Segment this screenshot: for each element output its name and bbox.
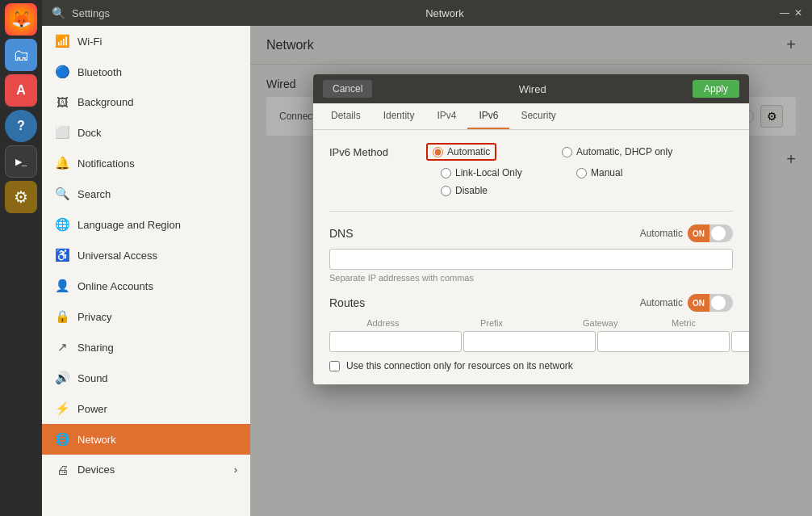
notifications-icon: 🔔 (55, 156, 69, 170)
apply-button[interactable]: Apply (693, 80, 739, 98)
devices-icon: 🖨 (55, 463, 69, 476)
route-metric-input[interactable] (731, 331, 749, 352)
dock-help[interactable]: ? (5, 110, 37, 142)
dns-toggle[interactable]: ON (688, 224, 733, 242)
sidebar-item-notifications[interactable]: 🔔 Notifications (42, 148, 250, 178)
sidebar-item-privacy[interactable]: 🔒 Privacy (42, 301, 250, 332)
sidebar-label-network: Network (77, 434, 116, 446)
ipv6-method-label: IPv6 Method (329, 143, 426, 158)
sidebar-item-devices[interactable]: 🖨 Devices › (42, 455, 250, 485)
online-icon: 👤 (55, 279, 69, 293)
radio-auto-dhcp[interactable] (562, 147, 572, 157)
dns-hint: Separate IP addresses with commas (329, 273, 733, 283)
col-address: Address (329, 318, 437, 328)
close-icon[interactable]: ✕ (794, 7, 802, 19)
dns-auto-label: Automatic (640, 228, 683, 239)
automatic-highlighted: Automatic (426, 143, 496, 161)
topbar-app-label: Settings (72, 7, 110, 19)
use-only-checkbox[interactable] (329, 361, 340, 371)
sidebar-label-language: Language and Region (77, 219, 181, 231)
routes-toggle[interactable]: ON (688, 294, 733, 312)
tab-identity[interactable]: Identity (372, 103, 426, 129)
auto-dhcp-label: Automatic, DHCP only (576, 146, 672, 157)
language-icon: 🌐 (55, 217, 69, 232)
sidebar-label-sound: Sound (77, 372, 108, 384)
radio-automatic[interactable] (433, 147, 443, 157)
link-local-label: Link-Local Only (455, 167, 522, 178)
col-gateway: Gateway (546, 318, 654, 328)
automatic-label: Automatic (447, 146, 490, 157)
sidebar-item-wifi[interactable]: 📶 Wi-Fi (42, 26, 250, 57)
sharing-icon: ↗ (55, 340, 69, 354)
method-disable[interactable]: Disable (441, 185, 488, 196)
sidebar-label-devices: Devices (77, 464, 115, 476)
topbar-controls: — ✕ (780, 7, 802, 19)
tab-security[interactable]: Security (509, 103, 567, 129)
sidebar-item-sound[interactable]: 🔊 Sound (42, 363, 250, 393)
dock-settings[interactable]: ⚙ (5, 181, 37, 213)
search-icon: 🔍 (52, 6, 65, 19)
sidebar-label-background: Background (77, 96, 133, 108)
sidebar-item-online[interactable]: 👤 Online Accounts (42, 271, 250, 301)
topbar: 🔍 Settings Network — ✕ (42, 0, 812, 26)
routes-toggle-on: ON (688, 294, 709, 312)
sidebar-item-search[interactable]: 🔍 Search (42, 178, 250, 209)
routes-toggle-group: Automatic ON (640, 294, 733, 312)
dns-toggle-on: ON (688, 224, 709, 242)
modal-body-ipv6: IPv6 Method Automatic (313, 130, 749, 384)
dock-firefox[interactable]: 🦊 (5, 3, 37, 36)
sidebar: 📶 Wi-Fi 🔵 Bluetooth 🖼 Background ⬜ Dock … (42, 26, 250, 516)
dock-store[interactable]: A (5, 74, 37, 107)
route-prefix-input[interactable] (463, 331, 596, 352)
sidebar-item-network[interactable]: 🌐 Network (42, 424, 250, 455)
method-auto-dhcp[interactable]: Automatic, DHCP only (562, 143, 691, 161)
sidebar-item-language[interactable]: 🌐 Language and Region (42, 209, 250, 240)
use-only-label: Use this connection only for resources o… (346, 360, 573, 371)
dns-row: DNS Automatic ON (329, 224, 733, 242)
sidebar-label-sharing: Sharing (77, 342, 114, 354)
minimize-icon[interactable]: — (780, 7, 789, 19)
sidebar-label-dock: Dock (77, 127, 102, 139)
modal-titlebar: Cancel Wired Apply (313, 74, 749, 103)
dock-terminal[interactable]: ▶_ (5, 145, 37, 178)
radio-link-local[interactable] (441, 168, 451, 178)
wired-config-modal: Cancel Wired Apply Details Identity IPv4… (313, 74, 749, 384)
radio-manual[interactable] (576, 168, 587, 178)
privacy-icon: 🔒 (55, 309, 69, 324)
sidebar-item-universal[interactable]: ♿ Universal Access (42, 240, 250, 271)
route-gateway-input[interactable] (597, 331, 730, 352)
route-address-input[interactable] (329, 331, 462, 352)
routes-header: Routes Automatic ON (329, 294, 733, 312)
sidebar-item-sharing[interactable]: ↗ Sharing (42, 332, 250, 363)
bluetooth-icon: 🔵 (55, 65, 69, 79)
sidebar-item-power[interactable]: ⚡ Power (42, 393, 250, 424)
ipv6-method-controls: Automatic Automatic, DHCP only (426, 143, 733, 196)
disable-label: Disable (455, 185, 488, 196)
cancel-button[interactable]: Cancel (323, 80, 372, 98)
dns-toggle-thumb (711, 226, 726, 241)
routes-table-header: Address Prefix Gateway Metric (329, 318, 733, 328)
col-prefix: Prefix (438, 318, 546, 328)
main-panel: Network + Wired Connected ON ⚙ (250, 26, 812, 516)
radio-disable[interactable] (441, 186, 451, 196)
dns-label: DNS (329, 227, 354, 240)
dns-input[interactable] (329, 249, 733, 270)
wifi-icon: 📶 (55, 34, 69, 48)
dock-files[interactable]: 🗂 (5, 39, 37, 71)
tab-ipv6[interactable]: IPv6 (467, 103, 509, 129)
tab-ipv4[interactable]: IPv4 (425, 103, 467, 129)
method-manual[interactable]: Manual (576, 167, 705, 178)
sidebar-item-bluetooth[interactable]: 🔵 Bluetooth (42, 57, 250, 87)
application-dock: 🦊 🗂 A ? ▶_ ⚙ (0, 0, 42, 516)
background-icon: 🖼 (55, 95, 69, 109)
tab-details[interactable]: Details (320, 103, 372, 129)
manual-label: Manual (591, 167, 622, 178)
sidebar-item-dock[interactable]: ⬜ Dock (42, 117, 250, 148)
method-automatic[interactable]: Automatic (426, 143, 555, 161)
sound-icon: 🔊 (55, 371, 69, 385)
universal-icon: ♿ (55, 248, 69, 262)
power-icon: ⚡ (55, 401, 69, 416)
sidebar-item-background[interactable]: 🖼 Background (42, 87, 250, 117)
method-link-local[interactable]: Link-Local Only (441, 167, 570, 178)
network-icon: 🌐 (55, 432, 69, 447)
